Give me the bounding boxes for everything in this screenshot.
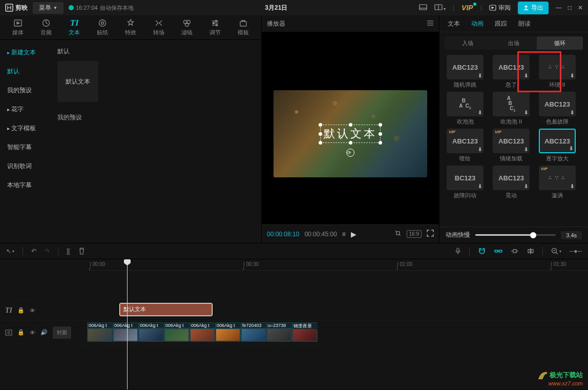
sidebar-item-7[interactable]: 本地字幕 — [0, 176, 50, 195]
video-clip-1[interactable]: 006Akg t — [113, 322, 138, 342]
maximize-button[interactable]: □ — [568, 4, 572, 11]
video-clip-8[interactable]: 锦里夜景 — [292, 322, 318, 342]
video-clip-0[interactable]: 006Akg t — [87, 322, 113, 342]
layout-icon-1[interactable] — [419, 4, 427, 12]
sidebar-item-2[interactable]: 我的预设 — [0, 81, 50, 100]
text-overlay[interactable]: 默认文本 ⟳ — [320, 125, 381, 143]
text-track-icon: TI — [5, 306, 12, 315]
minimize-button[interactable]: — — [556, 4, 562, 11]
svg-point-17 — [213, 23, 214, 24]
cover-button[interactable]: 封面 — [53, 326, 71, 339]
default-text-card[interactable]: 默认文本 — [57, 61, 98, 102]
asset-tab-8[interactable]: 模板 — [229, 18, 257, 36]
sub-tab-1[interactable]: 出场 — [491, 36, 537, 50]
preview-track-icon[interactable] — [511, 248, 519, 254]
text-clip[interactable]: 默认文本 — [120, 303, 212, 316]
mute-icon[interactable]: 🔊 — [40, 329, 48, 336]
anim-item-10[interactable]: ABC123⬇晃动 — [491, 166, 532, 199]
anim-item-0[interactable]: ABC123⬇随机弹跳 — [445, 55, 486, 89]
right-panel: 文本动画跟踪朗读 入场出场循环 ABC123⬇随机弹跳ABC123⬇急了∴ ∵ … — [439, 15, 588, 243]
speed-slider[interactable] — [475, 234, 556, 236]
asset-tab-2[interactable]: TI文本 — [60, 18, 89, 36]
player-title: 播放器 — [267, 19, 285, 28]
sidebar-item-0[interactable]: 新建文本 — [0, 43, 50, 62]
speed-value[interactable]: 3.4s — [561, 231, 582, 239]
crop-icon[interactable] — [394, 230, 402, 238]
video-clip-7[interactable]: u=23738 — [266, 322, 292, 342]
split-icon[interactable]: ]​[ — [67, 248, 70, 255]
asset-tab-4[interactable]: 特效 — [117, 18, 145, 36]
svg-rect-1 — [419, 5, 427, 10]
redo-icon[interactable]: ↷ — [45, 248, 50, 255]
list-icon[interactable]: ≡ — [342, 231, 346, 238]
sidebar-item-6[interactable]: 识别歌词 — [0, 157, 50, 176]
video-clip-3[interactable]: 006Akg t — [164, 322, 190, 342]
mic-icon[interactable] — [455, 248, 461, 255]
anim-item-6[interactable]: VIPABC123⬇喷绘 — [445, 129, 486, 162]
export-button[interactable]: 导出 — [518, 2, 549, 14]
video-clip-4[interactable]: 006Akg t — [190, 322, 215, 342]
vip-badge[interactable]: VIP — [461, 4, 473, 12]
video-preview[interactable]: 默认文本 ⟳ — [274, 90, 427, 177]
anim-item-5[interactable]: ABC123⬇色差故障 — [537, 92, 578, 126]
sidebar-item-1[interactable]: 默认 — [0, 62, 50, 81]
fullscreen-icon[interactable] — [427, 230, 434, 238]
timeline-ruler[interactable]: | 00:00| 00:30| 01:00| 01:30 — [87, 259, 588, 271]
anim-item-11[interactable]: VIP∴ ∵ ∴⬇漩涡 — [537, 166, 578, 199]
link-icon[interactable] — [494, 248, 502, 254]
sub-tab-0[interactable]: 入场 — [445, 36, 491, 50]
lock-icon[interactable]: 🔒 — [17, 307, 25, 314]
review-button[interactable]: 审阅 — [489, 4, 511, 12]
section-default: 默认 — [57, 47, 254, 56]
asset-tab-1[interactable]: 音频 — [32, 18, 60, 36]
cursor-tool-icon[interactable]: ↖▾ — [6, 248, 14, 255]
project-title: 3月21日 — [134, 4, 419, 12]
anim-item-2[interactable]: ∴ ∵ ∴⬇环绕 II — [537, 55, 578, 89]
anim-item-4[interactable]: A B C1⬇吹泡泡 II — [491, 92, 532, 126]
menu-button[interactable]: 菜单▼ — [33, 2, 64, 14]
zoom-out-icon[interactable]: ▾ — [551, 248, 561, 255]
svg-rect-33 — [531, 250, 533, 253]
asset-tab-5[interactable]: 转场 — [144, 18, 173, 36]
magnet-icon[interactable] — [478, 248, 486, 255]
right-tabs: 文本动画跟踪朗读 — [439, 15, 588, 32]
playhead[interactable] — [127, 259, 128, 389]
anim-item-8[interactable]: ABC123⬇逐字放大 — [537, 129, 578, 162]
right-tab-0[interactable]: 文本 — [448, 19, 460, 28]
animation-sub-tabs: 入场出场循环 — [445, 36, 583, 50]
delete-icon[interactable] — [78, 248, 85, 255]
player-menu-icon[interactable] — [427, 20, 434, 28]
video-clip-2[interactable]: 006Akg t — [138, 322, 164, 342]
anim-item-7[interactable]: VIPABC123⬇情绪加载 — [491, 129, 532, 162]
zoom-slider-icon[interactable]: ─●─ — [570, 248, 582, 255]
anim-item-3[interactable]: BA C1⬇吹泡泡 — [445, 92, 486, 126]
close-button[interactable]: ✕ — [578, 4, 583, 11]
undo-icon[interactable]: ↶ — [31, 248, 36, 255]
asset-tab-0[interactable]: 媒体 — [4, 18, 32, 36]
anim-item-1[interactable]: ABC123⬇急了 — [491, 55, 532, 89]
asset-tab-3[interactable]: 贴纸 — [89, 18, 117, 36]
lock-icon[interactable]: 🔒 — [17, 329, 25, 336]
anim-item-9[interactable]: BC123⬇故障闪动 — [445, 166, 486, 199]
play-button[interactable]: ▶ — [351, 230, 356, 238]
rotate-handle-icon[interactable]: ⟳ — [346, 149, 354, 157]
video-clip-5[interactable]: 006Akg t — [215, 322, 241, 342]
sub-tab-2[interactable]: 循环 — [537, 36, 583, 50]
right-tab-2[interactable]: 跟踪 — [495, 19, 507, 28]
aspect-ratio[interactable]: 16:9 — [407, 230, 422, 238]
align-icon[interactable] — [527, 248, 534, 255]
asset-tab-7[interactable]: 调节 — [201, 18, 229, 36]
right-tab-3[interactable]: 朗读 — [518, 19, 531, 28]
layout-icon-2[interactable]: ▾ — [434, 4, 446, 12]
eye-icon[interactable]: 👁 — [30, 307, 35, 314]
eye-icon[interactable]: 👁 — [30, 330, 35, 336]
svg-point-38 — [8, 332, 10, 334]
sidebar-item-5[interactable]: 智能字幕 — [0, 138, 50, 157]
sidebar-item-3[interactable]: 花字 — [0, 100, 50, 119]
text-track: TI 🔒 👁 默认文本 — [0, 300, 588, 321]
asset-tab-6[interactable]: 滤镜 — [173, 18, 201, 36]
video-clip-6[interactable]: fe720403 — [241, 322, 266, 342]
sidebar-item-4[interactable]: 文字模板 — [0, 119, 50, 138]
right-tab-1[interactable]: 动画 — [471, 19, 484, 28]
asset-tabs: 媒体音频TI文本贴纸特效转场滤镜调节模板 — [0, 15, 261, 40]
